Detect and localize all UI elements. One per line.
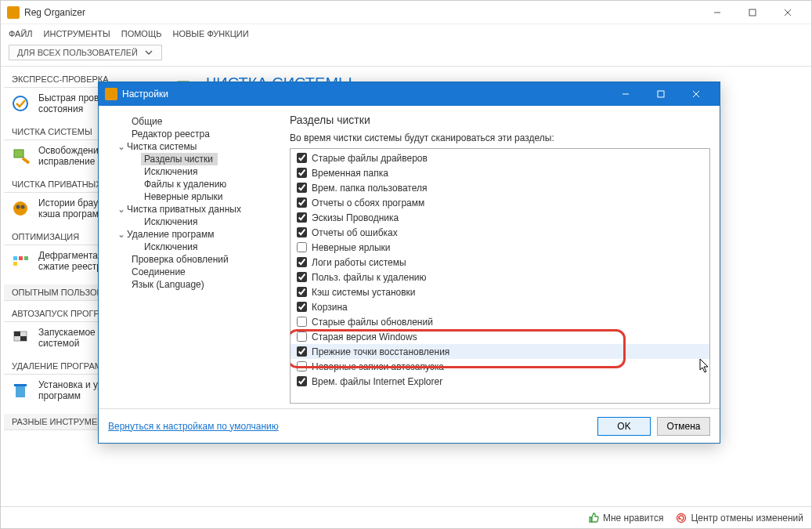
check-box[interactable] — [297, 287, 307, 297]
tree-privexcl[interactable]: Исключения — [108, 216, 282, 228]
tree-filesdel[interactable]: Файлы к удалению — [108, 178, 282, 190]
check-label: Эскизы Проводника — [312, 212, 399, 223]
check-label: Старые файлы драйверов — [312, 153, 428, 164]
like-button[interactable]: Мне нравится — [588, 513, 664, 524]
check-row[interactable]: Прежние точки восстановления — [291, 344, 709, 359]
check-box[interactable] — [297, 257, 307, 267]
check-label: Прежние точки восстановления — [312, 346, 449, 357]
tree-privclean[interactable]: ⌄Чистка приватных данных — [108, 203, 282, 216]
close-button[interactable] — [770, 2, 805, 24]
check-row[interactable]: Отчеты об ошибках — [291, 225, 709, 240]
check-box[interactable] — [297, 183, 307, 193]
check-row[interactable]: Старые файлы обновлений — [291, 314, 709, 329]
app-icon — [7, 6, 20, 19]
check-box[interactable] — [297, 168, 307, 178]
thumbs-up-icon — [588, 513, 599, 524]
user-scope-selector[interactable]: ДЛЯ ВСЕХ ПОЛЬЗОВАТЕЛЕЙ — [9, 45, 162, 60]
check-label: Кэш системы установки — [312, 287, 416, 298]
svg-point-6 — [13, 201, 27, 216]
tree-sysclean[interactable]: ⌄Чистка системы — [108, 140, 282, 153]
check-row[interactable]: Польз. файлы к удалению — [291, 270, 709, 284]
undo-icon — [676, 513, 687, 524]
check-row[interactable]: Эскизы Проводника — [291, 210, 709, 225]
maximize-button[interactable] — [734, 2, 770, 24]
settings-dialog: Настройки Общие Редактор реестра ⌄Чистка… — [98, 82, 720, 444]
check-box[interactable] — [297, 153, 307, 163]
menu-new[interactable]: НОВЫЕ ФУНКЦИИ — [172, 29, 248, 38]
minimize-button[interactable] — [699, 2, 734, 24]
menu-help[interactable]: ПОМОЩЬ — [121, 29, 162, 38]
check-row[interactable]: Корзина — [291, 299, 709, 314]
app-title: Reg Organizer — [24, 7, 699, 18]
check-label: Неверные ярлыки — [312, 242, 391, 253]
pane-title: Разделы чистки — [290, 114, 710, 126]
menu-file[interactable]: ФАЙЛ — [9, 29, 33, 38]
svg-rect-5 — [14, 150, 23, 158]
check-label: Отчеты об ошибках — [312, 227, 398, 238]
check-label: Временная папка — [312, 168, 388, 179]
check-box[interactable] — [297, 376, 307, 386]
tree-regeditor[interactable]: Редактор реестра — [108, 128, 282, 140]
check-row[interactable]: Старые файлы драйверов — [291, 150, 709, 165]
undo-center-button[interactable]: Центр отмены изменений — [676, 513, 803, 524]
cancel-button[interactable]: Отмена — [657, 417, 710, 436]
check-row[interactable]: Неверные записи автозапуска — [291, 359, 709, 374]
check-box[interactable] — [297, 242, 307, 252]
dialog-title: Настройки — [122, 89, 608, 100]
tree-connection[interactable]: Соединение — [108, 266, 282, 278]
chevron-down-icon — [144, 49, 153, 56]
check-box[interactable] — [297, 212, 307, 223]
svg-rect-10 — [19, 256, 23, 260]
main-titlebar: Reg Organizer — [1, 1, 811, 24]
check-row[interactable]: Логи работы системы — [291, 255, 709, 270]
check-label: Врем. файлы Internet Explorer — [312, 376, 442, 387]
menu-tools[interactable]: ИНСТРУМЕНТЫ — [44, 29, 110, 38]
tree-general[interactable]: Общие — [108, 115, 282, 128]
check-box[interactable] — [297, 361, 307, 371]
check-row[interactable]: Кэш системы установки — [291, 284, 709, 299]
svg-point-7 — [16, 205, 20, 209]
svg-point-8 — [21, 205, 25, 209]
svg-rect-21 — [658, 91, 664, 97]
settings-tree: Общие Редактор реестра ⌄Чистка системы Р… — [108, 114, 282, 404]
dialog-maximize-button[interactable] — [643, 83, 678, 105]
check-box[interactable] — [297, 272, 307, 282]
svg-rect-11 — [24, 256, 28, 260]
check-row[interactable]: Старая версия Windows — [291, 329, 709, 344]
ok-button[interactable]: OK — [597, 417, 651, 436]
sections-checklist: Старые файлы драйверовВременная папкаВре… — [290, 148, 710, 404]
check-box[interactable] — [297, 317, 307, 327]
check-box[interactable] — [297, 227, 307, 237]
user-scope-label: ДЛЯ ВСЕХ ПОЛЬЗОВАТЕЛЕЙ — [17, 48, 138, 57]
check-label: Старые файлы обновлений — [312, 317, 433, 328]
check-row[interactable]: Временная папка — [291, 165, 709, 180]
dialog-icon — [105, 88, 117, 100]
dialog-titlebar: Настройки — [99, 82, 720, 106]
check-box[interactable] — [297, 302, 307, 312]
tree-badshortcuts[interactable]: Неверные ярлыки — [108, 190, 282, 203]
tree-updatecheck[interactable]: Проверка обновлений — [108, 253, 282, 266]
check-row[interactable]: Отчеты о сбоях программ — [291, 195, 709, 210]
tree-uninstexcl[interactable]: Исключения — [108, 241, 282, 253]
menubar: ФАЙЛ ИНСТРУМЕНТЫ ПОМОЩЬ НОВЫЕ ФУНКЦИИ — [1, 24, 811, 43]
svg-point-19 — [677, 513, 686, 522]
tree-sections[interactable]: Разделы чистки — [141, 153, 218, 165]
tree-exclusions1[interactable]: Исключения — [108, 165, 282, 178]
check-label: Польз. файлы к удалению — [312, 272, 427, 283]
check-box[interactable] — [297, 332, 307, 342]
dialog-close-button[interactable] — [678, 83, 713, 105]
check-label: Неверные записи автозапуска — [312, 361, 444, 372]
svg-point-4 — [13, 96, 27, 111]
tree-language[interactable]: Язык (Language) — [108, 278, 282, 291]
check-row[interactable]: Врем. файлы Internet Explorer — [291, 374, 709, 389]
svg-rect-9 — [13, 256, 17, 260]
dialog-minimize-button[interactable] — [608, 83, 643, 105]
reset-link[interactable]: Вернуться к настройкам по умолчанию — [108, 421, 279, 432]
svg-rect-12 — [13, 262, 17, 266]
check-row[interactable]: Врем. папка пользователя — [291, 180, 709, 195]
check-row[interactable]: Неверные ярлыки — [291, 240, 709, 255]
pane-description: Во время чистки системы будут сканироват… — [290, 132, 710, 143]
check-box[interactable] — [297, 346, 307, 357]
tree-uninstall[interactable]: ⌄Удаление программ — [108, 228, 282, 241]
check-box[interactable] — [297, 197, 307, 208]
